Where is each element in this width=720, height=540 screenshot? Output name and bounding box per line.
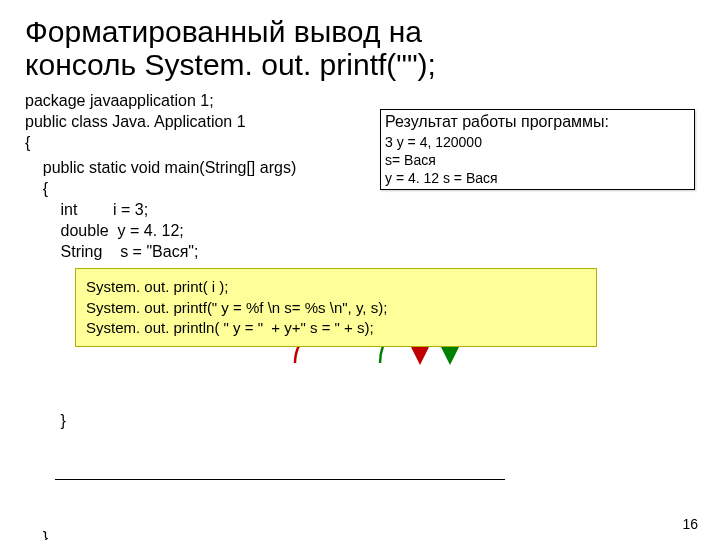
- page-number: 16: [682, 516, 698, 532]
- brace-inner: }: [25, 410, 695, 432]
- result-line-3: y = 4. 12 s = Вася: [385, 169, 690, 187]
- closing-braces: } } }: [25, 365, 695, 540]
- separator-line: [55, 479, 505, 480]
- slide-title: Форматированный вывод на консоль System.…: [25, 15, 695, 81]
- result-header: Результат работы программы:: [385, 112, 690, 133]
- result-line-2: s= Вася: [385, 151, 690, 169]
- result-line-1: 3 y = 4, 120000: [385, 133, 690, 151]
- highlighted-code: System. out. print( i ); System. out. pr…: [75, 268, 597, 347]
- result-box: Результат работы программы: 3 y = 4, 120…: [380, 109, 695, 190]
- brace-mid: }: [25, 527, 695, 540]
